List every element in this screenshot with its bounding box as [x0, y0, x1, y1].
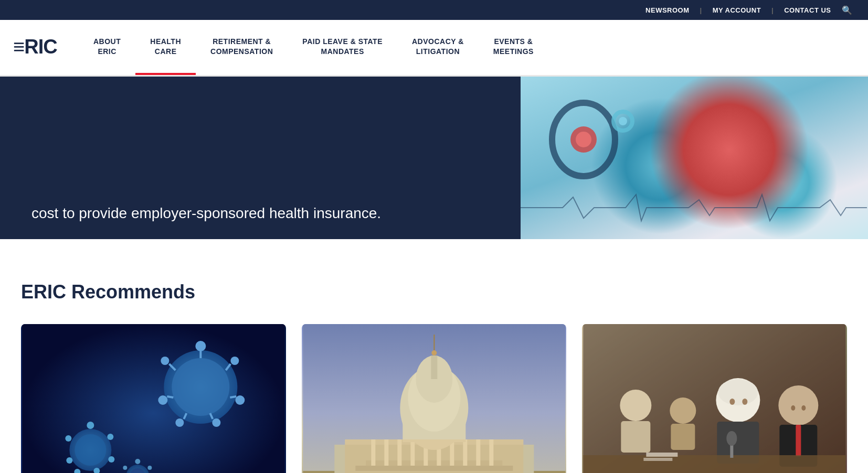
card-covid-image	[21, 324, 286, 473]
svg-rect-6	[22, 324, 284, 473]
svg-rect-84	[647, 453, 678, 457]
nav-advocacy-litigation[interactable]: ADVOCACY &LITIGATION	[397, 20, 479, 75]
svg-rect-85	[644, 458, 673, 461]
svg-point-79	[791, 405, 796, 411]
card-advocacy-efforts[interactable]: ERIC'S ADVOCACY EFFORTS IN	[302, 324, 567, 473]
svg-rect-64	[345, 439, 523, 473]
svg-line-21	[167, 396, 173, 397]
svg-text:≡RIC: ≡RIC	[13, 36, 57, 58]
card-covid-resources[interactable]: COVID-19 RESOURCES FOR ERIC	[21, 324, 286, 473]
svg-point-11	[235, 395, 245, 405]
top-bar: NEWSROOM | MY ACCOUNT | CONTACT US 🔍	[0, 0, 868, 20]
nav-bar: ≡RIC ABOUTERIC HEALTHCARE RETIREMENT &CO…	[0, 20, 868, 77]
svg-point-83	[727, 431, 737, 446]
svg-rect-61	[431, 356, 437, 379]
separator-2: |	[771, 6, 774, 14]
card-capitol-image	[302, 324, 567, 473]
card-hearing-image	[582, 324, 847, 473]
svg-point-35	[147, 466, 152, 470]
svg-point-69	[670, 397, 696, 424]
svg-point-74	[730, 399, 735, 405]
nav-retirement-compensation[interactable]: RETIREMENT &COMPENSATION	[196, 20, 288, 75]
svg-line-18	[230, 396, 236, 397]
capitol-svg	[302, 324, 567, 473]
svg-rect-68	[621, 421, 651, 453]
hero-section: cost to provide employer-sponsored healt…	[0, 77, 868, 239]
svg-point-14	[158, 395, 167, 405]
svg-point-76	[779, 385, 819, 425]
svg-rect-70	[671, 424, 695, 450]
svg-point-67	[620, 390, 652, 421]
logo[interactable]: ≡RIC	[10, 20, 63, 75]
svg-rect-81	[584, 455, 846, 473]
svg-point-9	[195, 341, 206, 351]
svg-point-26	[107, 434, 113, 440]
svg-point-12	[212, 418, 220, 427]
newsroom-link[interactable]: NEWSROOM	[645, 6, 689, 14]
nav-paid-leave[interactable]: PAID LEAVE & STATEMANDATES	[288, 20, 397, 75]
svg-point-30	[66, 457, 72, 464]
recommends-section: ERIC Recommends	[0, 271, 868, 473]
contact-us-link[interactable]: CONTACT US	[784, 6, 831, 14]
svg-point-10	[230, 357, 239, 365]
nav-events-meetings[interactable]: EVENTS &MEETINGS	[479, 20, 548, 75]
svg-point-15	[161, 357, 169, 365]
separator-1: |	[700, 6, 702, 14]
svg-point-8	[172, 358, 229, 416]
stethoscope-svg	[542, 92, 647, 187]
virus-svg	[21, 324, 286, 473]
nav-items: ABOUTERIC HEALTHCARE RETIREMENT &COMPENS…	[79, 20, 858, 75]
search-icon[interactable]: 🔍	[842, 5, 853, 15]
svg-point-75	[743, 399, 748, 405]
card-surprise-medical[interactable]: ERIC FIGHTS SURPRISE MEDICAL	[582, 324, 847, 473]
svg-point-34	[135, 459, 140, 464]
nav-about-eric[interactable]: ABOUTERIC	[79, 20, 135, 75]
svg-point-13	[175, 418, 184, 427]
my-account-link[interactable]: MY ACCOUNT	[713, 6, 761, 14]
svg-point-25	[87, 422, 94, 429]
cards-row: COVID-19 RESOURCES FOR ERIC	[21, 324, 847, 473]
svg-point-31	[65, 435, 71, 442]
svg-point-62	[431, 350, 437, 356]
svg-point-24	[75, 434, 106, 466]
recommends-title: ERIC Recommends	[21, 281, 847, 303]
svg-point-3	[576, 132, 591, 147]
section-spacer	[0, 239, 868, 271]
hearing-svg	[582, 324, 847, 473]
hero-image	[521, 77, 868, 239]
svg-point-27	[108, 456, 114, 463]
logo-text: ≡RIC	[10, 33, 63, 63]
svg-point-5	[619, 117, 627, 125]
svg-point-80	[802, 405, 806, 411]
hero-description: cost to provide employer-sponsored healt…	[31, 203, 381, 223]
ecg-svg	[521, 192, 867, 223]
nav-health-care[interactable]: HEALTHCARE	[135, 20, 196, 75]
hero-text-area: cost to provide employer-sponsored healt…	[0, 77, 521, 239]
svg-point-73	[718, 379, 758, 405]
svg-rect-78	[796, 425, 801, 456]
svg-point-40	[123, 466, 127, 470]
